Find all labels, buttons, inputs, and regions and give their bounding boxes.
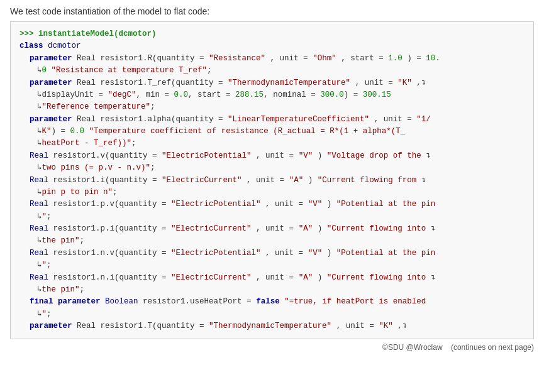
code-line-alpha-cont1: ↳K") = 0.0 "Temperature coefficient of r… bbox=[19, 126, 525, 138]
code-line-class: class dcmotor bbox=[19, 40, 525, 52]
string-electric-current3: "ElectricCurrent" bbox=[171, 273, 252, 282]
code-line-tref: parameter Real resistor1.T_ref(quantity … bbox=[19, 77, 525, 89]
string-current-from: "Current flowing from bbox=[318, 176, 417, 185]
code-text: Real resistor1.T_ref(quantity = bbox=[77, 79, 228, 87]
keyword-real2: Real bbox=[30, 176, 48, 185]
wrap-arrow6: ,↴ bbox=[397, 322, 407, 330]
code-text: resistor1.useHeatPort = bbox=[143, 297, 256, 306]
code-text: resistor1.n.v(quantity = bbox=[53, 249, 172, 258]
string-the-pin1: the pin" bbox=[42, 236, 80, 245]
code-text: , unit = bbox=[374, 115, 417, 124]
keyword-parameter: parameter bbox=[30, 54, 72, 63]
code-text: , start = bbox=[341, 54, 388, 63]
code-text: Real resistor1.R(quantity = bbox=[77, 54, 209, 63]
keyword-real6: Real bbox=[30, 273, 48, 282]
wrap-arrow3: ↴ bbox=[421, 176, 426, 185]
num-nominal: 300.0 bbox=[320, 90, 344, 99]
code-text: , unit = bbox=[265, 249, 308, 258]
string-ohm: "Ohm" bbox=[313, 54, 336, 63]
string-potential-pin2: "Potential at the pin bbox=[336, 249, 436, 258]
string-current-into1: "Current flowing into bbox=[327, 224, 426, 233]
string-electric-potential1: "ElectricPotential" bbox=[162, 151, 252, 160]
keyword-parameter3: parameter bbox=[30, 115, 72, 124]
string-pin-p-to-n: pin p to pin n" bbox=[42, 188, 113, 197]
code-text: resistor1.i(quantity = bbox=[53, 176, 162, 185]
wrap-arrow: ,↴ bbox=[416, 79, 426, 87]
code-text: resistor1.p.i(quantity = bbox=[53, 224, 172, 233]
code-line-pi-cont: ↳the pin"; bbox=[19, 235, 525, 247]
string-current-into2: "Current flowing into bbox=[327, 273, 426, 282]
string-thermodynamic2: "ThermodynamicTemperature" bbox=[209, 322, 331, 330]
code-line-alpha: parameter Real resistor1.alpha(quantity … bbox=[19, 114, 525, 126]
keyword-real3: Real bbox=[30, 200, 48, 209]
string-electric-potential3: "ElectricPotential" bbox=[171, 249, 261, 258]
num-alpha: 0.0 bbox=[70, 127, 85, 136]
keyword-boolean: Boolean bbox=[105, 297, 138, 306]
code-line-v-cont: ↳two pins (= p.v - n.v)"; bbox=[19, 162, 525, 174]
string-k-cont: K" bbox=[42, 127, 52, 136]
footer-row: ©SDU @Wroclaw (continues on next page) bbox=[10, 343, 534, 352]
intro-text: We test code instantiation of the model … bbox=[10, 6, 534, 16]
string-v1: "V" bbox=[299, 151, 313, 160]
num-0: 0 bbox=[42, 66, 47, 75]
keyword-class: class bbox=[19, 41, 43, 50]
string-linear: "LinearTemperatureCoefficient" bbox=[228, 115, 369, 124]
string-temp-coeff: "Temperature coefficient of resistance (… bbox=[89, 127, 406, 136]
string-potential-pin1: "Potential at the pin bbox=[336, 200, 436, 209]
code-text: resistor1.v(quantity = bbox=[53, 151, 162, 160]
wrap-arrow5: ↴ bbox=[431, 273, 436, 282]
string-electric-current2: "ElectricCurrent" bbox=[171, 224, 252, 233]
num-1: 1.0 bbox=[388, 54, 402, 63]
keyword-final: final bbox=[30, 297, 53, 306]
code-text: ) bbox=[327, 200, 336, 209]
string-the-pin2: the pin" bbox=[42, 285, 80, 294]
code-line-nv: Real resistor1.n.v(quantity = "ElectricP… bbox=[19, 248, 525, 259]
code-text: , unit = bbox=[270, 54, 313, 63]
code-line-i: Real resistor1.i(quantity = "ElectricCur… bbox=[19, 175, 525, 187]
code-line-tref-cont2: ↳"Reference temperature"; bbox=[19, 101, 525, 113]
keyword-parameter2: parameter bbox=[30, 79, 72, 87]
code-line-tref-cont1: ↳displayUnit = "degC", min = 0.0, start … bbox=[19, 89, 525, 101]
code-text: ) bbox=[318, 151, 327, 160]
code-line-ni-cont: ↳the pin"; bbox=[19, 284, 525, 296]
code-line-v: Real resistor1.v(quantity = "ElectricPot… bbox=[19, 150, 525, 162]
code-line-i-cont: ↳pin p to pin n"; bbox=[19, 187, 525, 199]
string-electric-potential2: "ElectricPotential" bbox=[171, 200, 261, 209]
code-line-t: parameter Real resistor1.T(quantity = "T… bbox=[19, 320, 525, 332]
code-text: ) bbox=[318, 224, 327, 233]
code-block: >>> instantiateModel(dcmotor) class dcmo… bbox=[10, 21, 534, 339]
string-resistance-desc: "Resistance at temperature T_ref" bbox=[52, 66, 208, 75]
string-two-pins: two pins (= p.v - n.v)" bbox=[42, 163, 151, 172]
string-heat-enabled: "=true, if heatPort is enabled bbox=[284, 297, 426, 306]
num-start: 288.15 bbox=[235, 90, 264, 99]
string-heat-port: heatPort - T_ref))" bbox=[42, 139, 132, 148]
code-line-alpha-cont2: ↳heatPort - T_ref))"; bbox=[19, 138, 525, 150]
code-text: ) bbox=[318, 273, 327, 282]
string-1k: "1/ bbox=[416, 115, 431, 124]
string-k2: "K" bbox=[379, 322, 393, 330]
watermark: ©SDU @Wroclaw bbox=[382, 343, 442, 352]
string-k1: "K" bbox=[397, 79, 412, 87]
code-text: Real resistor1.alpha(quantity = bbox=[77, 115, 228, 124]
string-electric-current1: "ElectricCurrent" bbox=[162, 176, 242, 185]
keyword-false: false bbox=[256, 297, 280, 306]
string-a2: "A" bbox=[299, 224, 313, 233]
keyword-real1: Real bbox=[30, 151, 48, 160]
continues-text: (continues on next page) bbox=[451, 343, 534, 352]
code-line-pv-cont: ↳"; bbox=[19, 211, 525, 223]
code-line-pv: Real resistor1.p.v(quantity = "ElectricP… bbox=[19, 199, 525, 210]
code-line-useheatport-cont: ↳"; bbox=[19, 308, 525, 320]
code-text: , unit = bbox=[355, 79, 398, 87]
code-text: resistor1.p.v(quantity = bbox=[53, 200, 172, 209]
code-line-pi: Real resistor1.p.i(quantity = "ElectricC… bbox=[19, 223, 525, 235]
string-a3: "A" bbox=[299, 273, 313, 282]
code-line-r-cont: ↳0 "Resistance at temperature T_ref"; bbox=[19, 65, 525, 77]
string-quote-end3: " bbox=[42, 310, 47, 318]
code-text: ) bbox=[327, 249, 336, 258]
code-line-r: parameter Real resistor1.R(quantity = "R… bbox=[19, 53, 525, 65]
wrap-arrow4: ↴ bbox=[431, 224, 436, 233]
code-text: ) = bbox=[407, 54, 426, 63]
code-text: ) bbox=[308, 176, 318, 185]
code-text: , unit = bbox=[247, 176, 289, 185]
code-line-nv-cont: ↳"; bbox=[19, 259, 525, 271]
